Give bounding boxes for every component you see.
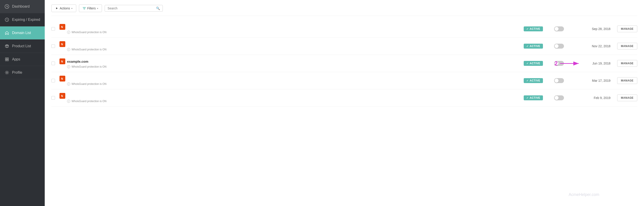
row-4-status-badge: ✓ ACTIVE [524,78,543,83]
row-4-manage-button[interactable]: MANAGE [617,77,637,84]
row-3-date: Jun 19, 2018 [592,62,610,65]
info-icon: i [67,31,70,34]
actions-chevron-icon: ▾ [71,7,72,10]
home-icon [4,31,10,35]
row-3-domain-icon: N [60,58,65,64]
check-icon: ✓ [526,97,528,99]
sidebar-item-profile-label: Profile [12,71,22,75]
gear-icon [4,70,10,75]
svg-marker-8 [56,8,58,9]
row-2-domain-icon: N [60,41,65,47]
row-2-toggle[interactable] [554,44,564,49]
row-5-date: Feb 9, 2019 [594,96,610,100]
toggle-knob [554,96,558,100]
sidebar-item-apps-label: Apps [12,57,20,61]
play-icon [55,7,58,10]
table-row: N i WhoisGuard protection is ON ✓ ACTIVE [52,72,637,89]
table-row: N i WhoisGuard protection is ON ✓ ACTIVE [52,38,637,55]
search-box: 🔍 [105,5,163,12]
row-1-manage-button[interactable]: MANAGE [617,26,637,32]
row-3-whois: i WhoisGuard protection is ON [60,65,519,68]
table-row: N example.com i WhoisGuard protection is… [52,55,637,72]
box-icon [4,44,10,49]
sidebar-item-expiring[interactable]: Expiring / Expired [0,13,45,27]
filter-icon [83,7,86,10]
row-1-status-badge: ✓ ACTIVE [524,27,543,31]
sidebar-item-apps[interactable]: Apps [0,53,45,66]
sidebar-item-profile[interactable]: Profile [0,66,45,79]
main-content: Actions ▾ Filters ▾ 🔍 1 [45,0,644,206]
row-3-status-badge: ✓ ACTIVE [524,61,543,66]
apps-icon [4,57,10,62]
search-input[interactable] [108,7,154,10]
sidebar-item-product-list-label: Product List [12,44,31,48]
info-icon: i [67,82,70,86]
row-1-checkbox[interactable] [52,27,55,31]
row-4-date: Mar 17, 2019 [592,79,611,82]
clock-icon [4,17,10,22]
check-icon: ✓ [526,62,528,65]
toggle-knob [554,27,558,31]
row-2-manage-button[interactable]: MANAGE [617,43,637,50]
watermark: AcmeHelper.com [569,192,599,197]
row-3-checkbox[interactable] [52,62,55,65]
row-4-domain-icon: N [60,76,65,82]
row-5-domain-icon: N [60,93,65,99]
row-2-whois: i WhoisGuard protection is ON [60,48,519,51]
domain-list: 1 N [52,20,637,107]
row-5-status-badge: ✓ ACTIVE [524,95,543,100]
svg-rect-6 [7,60,8,61]
row-3-domain-name: example.com [67,60,88,63]
dashboard-icon [4,4,10,9]
svg-text:N: N [61,95,63,98]
row-4-whois: i WhoisGuard protection is ON [60,82,519,86]
svg-point-1 [7,6,8,7]
row-5-manage-button[interactable]: MANAGE [617,95,637,101]
row-1-whois: i WhoisGuard protection is ON [60,31,519,34]
info-icon: i [67,100,70,103]
svg-point-7 [6,72,8,73]
row-3-manage-button[interactable]: MANAGE [617,60,637,67]
info-icon: i [67,48,70,51]
filters-button[interactable]: Filters ▾ [79,5,102,12]
info-icon: i [67,65,70,68]
filters-chevron-icon: ▾ [97,7,98,10]
row-4-toggle[interactable] [554,78,564,83]
row-2-status-badge: ✓ ACTIVE [524,44,543,49]
table-row: N i WhoisGuard protection is ON ✓ ACTIVE [52,20,637,38]
check-icon: ✓ [526,45,528,48]
row-4-checkbox[interactable] [52,79,55,82]
check-icon: ✓ [526,28,528,31]
row-1-date: Sep 28, 2018 [592,27,610,31]
toggle-knob [554,61,558,65]
filters-label: Filters [87,7,96,10]
row-1-domain-icon: N [60,24,65,30]
sidebar-item-dashboard[interactable]: Dashboard [0,0,45,13]
toolbar: Actions ▾ Filters ▾ 🔍 [52,5,637,16]
svg-text:N: N [61,77,63,80]
row-3-toggle[interactable] [554,61,564,66]
row-1-toggle[interactable] [554,27,564,31]
actions-button[interactable]: Actions ▾ [52,5,76,12]
row-5-whois: i WhoisGuard protection is ON [60,100,519,103]
table-row: N i WhoisGuard protection is ON ✓ ACTIVE [52,89,637,107]
check-icon: ✓ [526,79,528,82]
svg-rect-3 [5,58,7,59]
svg-text:N: N [61,26,63,29]
svg-text:N: N [61,60,63,63]
toggle-knob [554,79,558,83]
row-5-toggle[interactable] [554,95,564,100]
row-2-checkbox[interactable] [52,44,55,48]
search-icon: 🔍 [156,7,160,10]
sidebar-item-expiring-label: Expiring / Expired [12,18,40,22]
toggle-knob [554,44,558,48]
row-5-checkbox[interactable] [52,96,55,100]
sidebar-item-product-list[interactable]: Product List [0,40,45,53]
actions-label: Actions [60,7,70,10]
row-2-date: Nov 22, 2018 [592,44,610,48]
sidebar-item-domain-list[interactable]: Domain List [0,27,45,40]
sidebar-item-domain-list-label: Domain List [12,31,31,35]
sidebar-item-dashboard-label: Dashboard [12,5,30,9]
svg-rect-4 [7,58,8,59]
svg-rect-5 [5,60,7,61]
